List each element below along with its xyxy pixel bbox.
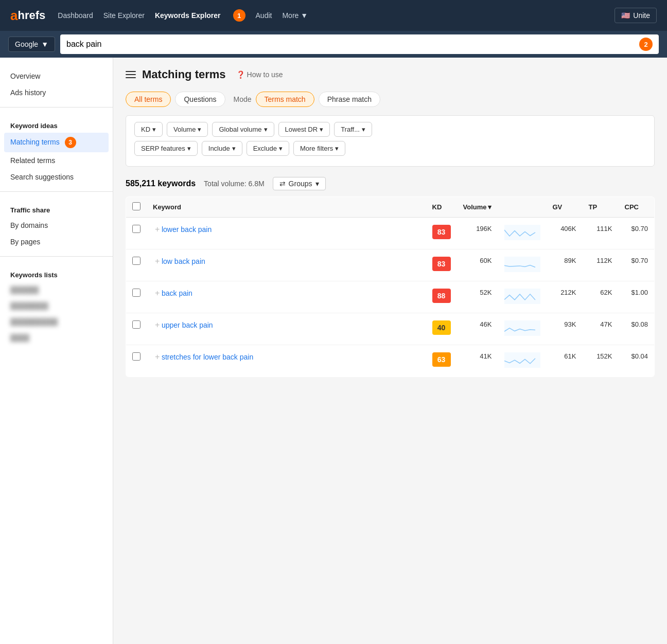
filter-serp-features[interactable]: SERP features ▾	[134, 141, 198, 156]
th-gv: GV	[547, 197, 583, 218]
filter-traffic[interactable]: Traff... ▾	[334, 122, 372, 137]
sidebar-item-matching-terms[interactable]: Matching terms 3	[4, 133, 109, 152]
tab-all-terms[interactable]: All terms	[126, 92, 171, 107]
row-tp: 47K	[583, 313, 619, 345]
row-checkbox[interactable]	[132, 225, 141, 233]
sort-down-icon: ▾	[488, 203, 492, 211]
main-content: Matching terms ❓ How to use All terms Qu…	[113, 58, 667, 644]
sidebar-item-search-suggestions[interactable]: Search suggestions	[0, 169, 113, 185]
row-kd: 40	[426, 313, 457, 345]
keyword-link[interactable]: back pain	[162, 289, 192, 297]
groups-button[interactable]: ⇄ Groups ▾	[273, 177, 326, 190]
row-cpc: $1.00	[619, 281, 655, 313]
nav-more[interactable]: More ▼	[282, 11, 308, 20]
keyword-link[interactable]: low back pain	[162, 257, 205, 265]
kd-badge: 83	[432, 225, 451, 239]
nav-dashboard[interactable]: Dashboard	[58, 11, 93, 20]
chevron-down-icon: ▾	[320, 126, 323, 133]
engine-selector[interactable]: Google ▼	[8, 37, 55, 52]
add-button[interactable]: +	[155, 352, 160, 361]
row-volume: 46K	[457, 313, 498, 345]
add-button[interactable]: +	[155, 257, 160, 265]
sidebar-item-by-pages[interactable]: By pages	[0, 234, 113, 250]
add-button[interactable]: +	[155, 320, 160, 329]
row-sparkline	[498, 345, 547, 377]
groups-label: Groups	[289, 180, 312, 188]
how-to-use-label: How to use	[247, 70, 283, 79]
results-header: 585,211 keywords Total volume: 6.8M ⇄ Gr…	[126, 177, 655, 190]
nav-links: Dashboard Site Explorer Keywords Explore…	[58, 9, 602, 22]
filter-include[interactable]: Include ▾	[202, 141, 242, 156]
search-input-container: 2	[60, 34, 659, 54]
row-checkbox[interactable]	[132, 257, 141, 265]
tab-questions[interactable]: Questions	[175, 92, 225, 107]
svg-rect-4	[504, 352, 540, 368]
svg-rect-3	[504, 320, 540, 336]
add-button[interactable]: +	[155, 289, 160, 297]
hamburger-icon[interactable]	[126, 71, 136, 78]
keyword-link[interactable]: upper back pain	[162, 321, 213, 329]
chevron-down-icon: ▾	[315, 180, 319, 188]
filter-more[interactable]: More filters ▾	[293, 141, 345, 156]
filter-lowest-dr[interactable]: Lowest DR ▾	[278, 122, 330, 137]
chevron-down-icon: ▾	[152, 126, 156, 133]
kd-badge: 88	[432, 289, 451, 303]
table-row: + upper back pain 40 46K 93K 47K $0.08	[126, 313, 655, 345]
table-head: Keyword KD Volume ▾ GV TP CPC	[126, 197, 655, 218]
filter-volume[interactable]: Volume ▾	[167, 122, 208, 137]
hamburger-line	[126, 74, 136, 75]
search-input[interactable]	[66, 40, 633, 49]
sidebar-item-ads-history[interactable]: Ads history	[0, 84, 113, 101]
sidebar-item-by-domains[interactable]: By domains	[0, 217, 113, 234]
chevron-down-icon: ▼	[41, 40, 48, 48]
sidebar: Overview Ads history Keyword ideas Match…	[0, 58, 113, 644]
nav-keywords-explorer[interactable]: Keywords Explorer	[155, 11, 221, 20]
row-checkbox[interactable]	[132, 352, 141, 361]
logo[interactable]: ahrefs	[10, 8, 45, 24]
th-checkbox	[126, 197, 147, 218]
row-volume: 196K	[457, 218, 498, 249]
row-cpc: $0.08	[619, 313, 655, 345]
filter-global-volume[interactable]: Global volume ▾	[212, 122, 274, 137]
keywords-table: Keyword KD Volume ▾ GV TP CPC	[126, 196, 655, 377]
filter-kd[interactable]: KD ▾	[134, 122, 163, 137]
sidebar-item-related-terms[interactable]: Related terms	[0, 152, 113, 169]
nav-site-explorer[interactable]: Site Explorer	[103, 11, 145, 20]
row-cpc: $0.70	[619, 249, 655, 281]
table-body: + lower back pain 83 196K 406K 111K $0.7…	[126, 218, 655, 377]
tab-terms-match[interactable]: Terms match	[256, 92, 314, 107]
row-volume: 60K	[457, 249, 498, 281]
main-layout: Overview Ads history Keyword ideas Match…	[0, 58, 667, 644]
kd-badge: 40	[432, 320, 451, 335]
select-all-checkbox[interactable]	[132, 202, 141, 210]
flag-icon: 🇺🇸	[621, 11, 630, 20]
nav-audit[interactable]: Audit	[256, 11, 272, 20]
sidebar-section-traffic-share: Traffic share	[0, 198, 113, 217]
chevron-down-icon: ▾	[198, 126, 201, 133]
th-kd: KD	[426, 197, 457, 218]
svg-rect-1	[504, 257, 540, 272]
row-cpc: $0.70	[619, 218, 655, 249]
th-volume[interactable]: Volume ▾	[457, 197, 498, 218]
how-to-use-link[interactable]: ❓ How to use	[236, 70, 283, 79]
row-checkbox[interactable]	[132, 289, 141, 297]
keyword-link[interactable]: lower back pain	[162, 225, 212, 234]
filter-row-1: KD ▾ Volume ▾ Global volume ▾ Lowest DR …	[134, 122, 646, 137]
tabs-row: All terms Questions Mode Terms match Phr…	[126, 92, 655, 107]
sidebar-divider-3	[0, 256, 113, 257]
add-button[interactable]: +	[155, 225, 160, 234]
row-checkbox-cell	[126, 249, 147, 281]
row-keyword: + stretches for lower back pain	[147, 345, 426, 377]
row-checkbox[interactable]	[132, 320, 141, 329]
filter-exclude[interactable]: Exclude ▾	[247, 141, 289, 156]
sidebar-item-overview[interactable]: Overview	[0, 68, 113, 84]
page-title: Matching terms	[142, 68, 226, 81]
engine-label: Google	[15, 40, 38, 48]
country-selector[interactable]: 🇺🇸 Unite	[615, 8, 657, 23]
chevron-down-icon: ▾	[264, 126, 268, 133]
keyword-link[interactable]: stretches for lower back pain	[162, 353, 253, 361]
logo-hrefs: hrefs	[17, 9, 45, 22]
chevron-down-icon: ▼	[301, 11, 308, 20]
tab-phrase-match[interactable]: Phrase match	[319, 92, 380, 107]
sidebar-blurred-3: ██████████	[0, 314, 113, 330]
